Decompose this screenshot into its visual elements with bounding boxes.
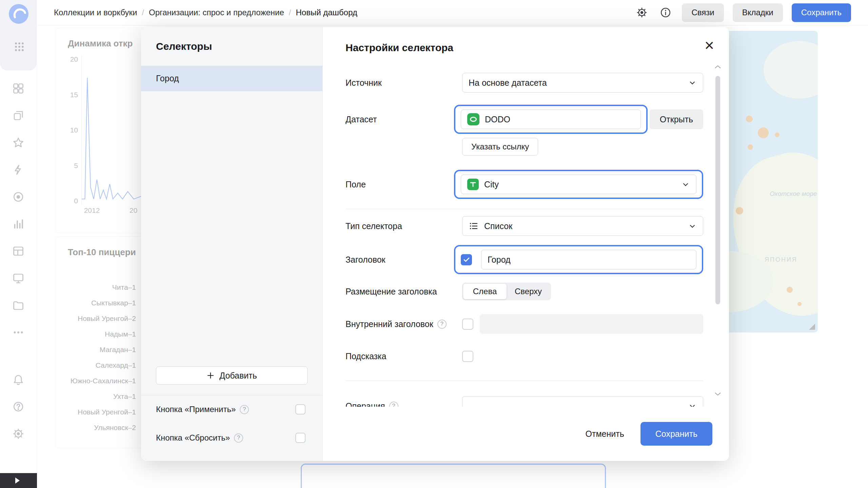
dataset-field-highlight: DODO — [454, 105, 648, 134]
selector-type-row: Тип селектора Список — [346, 216, 703, 236]
selector-list-item-gorod[interactable]: Город — [141, 66, 322, 91]
scroll-up-icon[interactable] — [714, 64, 722, 70]
operation-row: Операция ? — [346, 396, 703, 407]
scroll-down-icon[interactable] — [714, 391, 722, 396]
dataset-name: DODO — [485, 115, 510, 124]
add-selector-label: Добавить — [219, 371, 257, 381]
breadcrumb-separator: / — [142, 8, 144, 17]
title-row: Заголовок — [346, 245, 703, 274]
settings-panel-title: Настройки селектора — [346, 42, 453, 54]
apply-checkbox[interactable] — [295, 404, 305, 414]
modal-scrollbar[interactable] — [713, 64, 723, 396]
apply-button-row: Кнопка «Применить» ? — [141, 395, 322, 424]
selector-type-select[interactable]: Список — [462, 216, 703, 236]
chevron-down-icon — [681, 180, 690, 189]
title-input[interactable] — [481, 250, 696, 269]
title-placement-toggle: Слева Сверху — [462, 283, 551, 300]
field-row: Поле City — [346, 170, 703, 199]
sidebar-expand-button[interactable] — [0, 473, 37, 488]
connections-button[interactable]: Связи — [682, 3, 724, 22]
breadcrumb: Коллекции и воркбуки / Организации: спро… — [54, 8, 357, 17]
dataset-label: Датасет — [346, 115, 462, 124]
header-save-button[interactable]: Сохранить — [792, 3, 851, 22]
dataset-field[interactable]: DODO — [461, 109, 641, 129]
reset-checkbox[interactable] — [295, 433, 305, 443]
selectors-list: Город — [141, 66, 322, 91]
settings-footer: Отменить Сохранить — [323, 407, 729, 461]
breadcrumb-separator: / — [289, 8, 291, 17]
app-header: Коллекции и воркбуки / Организации: спро… — [37, 0, 868, 25]
add-selector-button[interactable]: Добавить — [156, 366, 308, 385]
selector-settings-form: Источник На основе датасета Датасет DODO — [346, 61, 703, 407]
breadcrumb-collections[interactable]: Коллекции и воркбуки — [54, 8, 137, 17]
breadcrumb-current: Новый дашборд — [296, 8, 357, 17]
selectors-panel-title: Селекторы — [156, 41, 212, 52]
reset-button-row: Кнопка «Сбросить» ? — [141, 424, 322, 452]
form-divider — [346, 209, 703, 209]
cancel-button[interactable]: Отменить — [583, 429, 627, 439]
gear-icon — [636, 7, 648, 18]
selector-settings-panel: Настройки селектора × Источник На основе… — [323, 27, 729, 461]
source-select[interactable]: На основе датасета — [462, 73, 703, 93]
inner-title-help-icon[interactable]: ? — [437, 320, 447, 329]
inner-title-checkbox[interactable] — [462, 319, 473, 330]
source-label: Источник — [346, 78, 462, 88]
selectors-dialog: Селекторы Город Добавить Кнопка «Примени… — [141, 27, 729, 461]
field-value: City — [484, 180, 499, 189]
apply-row-label: Кнопка «Применить» — [156, 405, 236, 414]
operation-label: Операция ? — [346, 401, 462, 407]
dashboard-settings-gear-button[interactable] — [634, 5, 649, 20]
inner-title-input — [480, 314, 703, 334]
title-checkbox[interactable] — [461, 254, 472, 265]
reset-row-label: Кнопка «Сбросить» — [156, 433, 230, 443]
placement-option-left[interactable]: Слева — [463, 284, 507, 299]
header-actions: Связи Вкладки Сохранить — [634, 3, 851, 22]
operation-help-icon[interactable]: ? — [389, 402, 398, 407]
screen: Динамика откр 20 15 10 5 0 2012 20 — [0, 0, 868, 488]
source-value: На основе датасета — [469, 78, 547, 88]
inner-title-label: Внутренний заголовок ? — [346, 319, 462, 329]
chevron-down-icon — [688, 78, 697, 87]
save-selector-button[interactable]: Сохранить — [640, 422, 712, 446]
close-icon[interactable]: × — [705, 37, 714, 54]
hint-checkbox[interactable] — [462, 351, 473, 362]
selector-item-label: Город — [156, 74, 179, 83]
title-placement-label: Размещение заголовка — [346, 287, 462, 297]
dataset-dodo-icon — [467, 113, 479, 125]
chevron-down-icon — [688, 402, 697, 407]
source-row: Источник На основе датасета — [346, 73, 703, 93]
open-dataset-button[interactable]: Открыть — [650, 109, 703, 129]
operation-select[interactable] — [462, 396, 703, 407]
hint-row: Подсказка — [346, 351, 703, 362]
dataset-row: Датасет DODO Открыть — [346, 105, 703, 134]
info-button[interactable] — [658, 5, 673, 20]
inner-title-row: Внутренний заголовок ? — [346, 314, 703, 334]
breadcrumb-workbook[interactable]: Организации: спрос и предложение — [149, 8, 284, 17]
apply-help-icon[interactable]: ? — [240, 405, 249, 414]
field-select-highlight: City — [454, 170, 703, 199]
placement-option-top[interactable]: Сверху — [507, 284, 550, 299]
field-label: Поле — [346, 180, 462, 189]
selector-type-value: Список — [484, 221, 512, 231]
plus-icon — [206, 371, 215, 380]
reset-help-icon[interactable]: ? — [234, 433, 243, 443]
title-placement-row: Размещение заголовка Слева Сверху — [346, 283, 703, 300]
selector-type-label: Тип селектора — [346, 221, 462, 231]
chevron-down-icon — [688, 222, 697, 230]
scrollbar-thumb[interactable] — [715, 76, 720, 304]
info-icon — [660, 7, 671, 18]
tabs-button[interactable]: Вкладки — [733, 3, 783, 22]
field-select[interactable]: City — [461, 175, 696, 194]
dataset-link-row: Указать ссылку — [346, 138, 703, 156]
string-type-icon — [467, 179, 479, 190]
title-label: Заголовок — [346, 255, 462, 265]
selectors-panel-footer: Добавить Кнопка «Применить» ? Кнопка «Сб… — [141, 366, 322, 461]
list-icon — [469, 221, 479, 231]
selectors-panel: Селекторы Город Добавить Кнопка «Примени… — [141, 27, 323, 461]
hint-label: Подсказка — [346, 351, 462, 361]
title-highlight — [454, 245, 703, 274]
specify-link-button[interactable]: Указать ссылку — [462, 138, 538, 156]
form-divider — [346, 381, 703, 381]
play-arrow-icon — [14, 477, 20, 484]
